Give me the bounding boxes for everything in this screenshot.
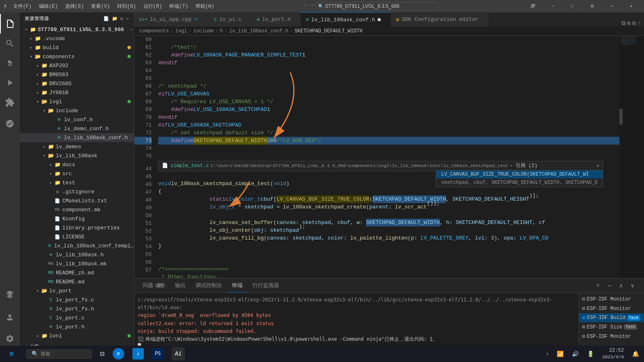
- breadcrumb-components[interactable]: components: [139, 28, 169, 34]
- panel-down-icon[interactable]: ∨: [628, 281, 637, 290]
- esp-idf-icon[interactable]: [0, 285, 20, 304]
- esp-monitor-2[interactable]: ⊡ ESP-IDF Monitor: [579, 304, 644, 313]
- add-terminal-icon[interactable]: +: [593, 281, 603, 290]
- taskbar-task-view[interactable]: ⊟: [97, 346, 108, 361]
- extensions-icon[interactable]: [0, 93, 20, 112]
- new-folder-icon[interactable]: 📁: [112, 16, 118, 21]
- sidebar-item-library-properties[interactable]: 📄 library.properties: [20, 223, 134, 232]
- sidebar-item-lv-conf-h[interactable]: H lv_conf.h: [20, 115, 134, 124]
- tab-lv-port-h[interactable]: H lv_port.h ✕: [252, 12, 301, 27]
- terminal-content[interactable]: c:/espressif/tools/xtensa-esp32s3-elf/es…: [134, 293, 578, 352]
- remote-icon[interactable]: [0, 114, 20, 133]
- panel-up-icon[interactable]: ∧: [616, 281, 626, 290]
- notification-icon[interactable]: 🔔: [629, 346, 642, 361]
- panel-tab-terminal[interactable]: 终端: [227, 278, 248, 293]
- menu-run[interactable]: 运行(R): [140, 2, 166, 11]
- sidebar-item-lvgl[interactable]: ▾ 📂 lvgl: [20, 97, 134, 106]
- menu-edit[interactable]: 编辑(E): [36, 2, 61, 11]
- tab-lv-ui[interactable]: C lv_ui.c ✕: [209, 12, 252, 27]
- minimize-button[interactable]: ─: [543, 0, 562, 12]
- sidebar-item-axp202[interactable]: ▸ 📁 AXP202: [20, 61, 134, 70]
- new-file-icon[interactable]: 📄: [103, 16, 109, 21]
- search-icon[interactable]: [0, 34, 20, 53]
- sidebar-item-license[interactable]: 📄 LICENSE: [20, 232, 134, 241]
- volume-icon[interactable]: 🔊: [569, 346, 582, 361]
- breadcrumb-include[interactable]: include: [193, 28, 214, 34]
- tab-lv-ui-app[interactable]: C++ lv_ui_app.cpp 9+ ✕: [134, 12, 209, 27]
- settings-icon[interactable]: ⚙: [627, 20, 630, 27]
- menu-goto[interactable]: 转到(G): [114, 2, 139, 11]
- more-button[interactable]: ⋯: [602, 0, 621, 12]
- run-debug-icon[interactable]: [0, 73, 20, 93]
- sidebar-item-bm8563[interactable]: ▸ 📁 BM8563: [20, 70, 134, 79]
- sidebar-item-docs[interactable]: ▸ 📁 docs: [20, 160, 134, 169]
- esp-build-task[interactable]: ESP-IDF Build Task: [579, 313, 644, 322]
- account-icon[interactable]: [0, 308, 20, 327]
- tray-icons[interactable]: ∧: [543, 346, 552, 361]
- taskbar-edge[interactable]: e: [109, 346, 127, 361]
- tab-sdk-config[interactable]: ⚙ SDK Configuration editor ✕: [391, 12, 489, 27]
- maximize-button[interactable]: □: [563, 0, 582, 12]
- sidebar-item-components[interactable]: ▾ 📂 components: [20, 52, 134, 61]
- sidebar-item-build[interactable]: ▸ 📁 build: [20, 43, 134, 52]
- battery-icon[interactable]: 🔋: [584, 346, 597, 361]
- sidebar-item-vscode[interactable]: ▸ 📁 .vscode: [20, 34, 134, 43]
- close-ref-icon[interactable]: ✕: [596, 162, 599, 170]
- esp-monitor-3[interactable]: ⊡ ESP-IDF Monitor: [579, 332, 644, 341]
- autocomplete-item-2[interactable]: sketchpad, cbuf, SKETCHPAD_DEFAULT_WIDTH…: [436, 179, 603, 187]
- more-options-icon[interactable]: ⋯: [130, 27, 132, 32]
- refresh-icon[interactable]: ↻: [121, 16, 124, 21]
- menu-view[interactable]: 查看(V): [88, 2, 113, 11]
- remote-icon[interactable]: ↑: [637, 20, 641, 27]
- nav-back-icon[interactable]: ←: [303, 2, 309, 10]
- taskbar-powershell[interactable]: PS: [149, 346, 167, 361]
- more-options-icon[interactable]: ⋯: [605, 281, 614, 290]
- tab-lv-lib-100ask-conf[interactable]: H lv_lib_100ask_conf.h ✕: [301, 12, 391, 27]
- taskbar-vscode[interactable]: ⚡: [129, 346, 147, 361]
- sidebar-item-lv-port-h[interactable]: H lv_port.h: [20, 322, 134, 331]
- sidebar-item-lv-demos[interactable]: ▸ 📁 lv_demos: [20, 142, 134, 151]
- esp-size-task[interactable]: ⊡ ESP-IDF Size Task: [579, 322, 644, 332]
- panel-tab-debug[interactable]: 调试控制台: [191, 278, 227, 293]
- source-control-icon[interactable]: [0, 53, 20, 73]
- sidebar-item-lv-lib-100ask-mk[interactable]: MK lv_lib_100ask.mk: [20, 259, 134, 268]
- sidebar-item-lv-lib-100ask-conf-h[interactable]: H lv_lib_100ask_conf.h: [20, 133, 134, 142]
- sidebar-item-lv-port-fs-h[interactable]: H lv_port_fs.h: [20, 304, 134, 313]
- start-button[interactable]: ⊞: [2, 346, 21, 361]
- menu-help[interactable]: 帮助(H): [192, 2, 218, 11]
- sidebar-item-readme[interactable]: MD README.md: [20, 277, 134, 286]
- sidebar-item-src[interactable]: ▸ 📁 src: [20, 169, 134, 178]
- sidebar-item-template-h[interactable]: H lv_lib_100ask_conf_template.h: [20, 241, 134, 250]
- sidebar-root[interactable]: ▾ 📁 ST7789_GT911_LVGL_8.3.5_666 ⋯: [20, 25, 134, 34]
- sidebar-item-lv-port-fs-c[interactable]: C lv_port_fs.c: [20, 295, 134, 304]
- layout-icon[interactable]: ⊟: [632, 20, 635, 27]
- sidebar-item-lvnl[interactable]: ▸ 📁 lvnl: [20, 331, 134, 340]
- menu-terminal[interactable]: 终端(T): [166, 2, 191, 11]
- panel-tab-output[interactable]: 输出: [170, 278, 191, 293]
- global-search-input[interactable]: [316, 2, 439, 10]
- network-icon[interactable]: 📶: [553, 346, 567, 361]
- breadcrumb-file[interactable]: lv_lib_100ask_conf.h: [229, 28, 288, 34]
- explorer-icon[interactable]: [0, 14, 20, 34]
- esp-monitor-1[interactable]: ⊡ ESP-IDF Monitor: [579, 294, 644, 304]
- sidebar-item-component-mk[interactable]: MK component.mk: [20, 205, 134, 214]
- datetime-display[interactable]: 22:52 2023/9/6: [599, 346, 627, 361]
- sidebar-item-lv-port-c[interactable]: C lv_port.c: [20, 313, 134, 322]
- taskbar-search[interactable]: 🔍 搜索: [23, 346, 95, 361]
- sidebar-item-gitignore[interactable]: ⚙ .gitignore: [20, 187, 134, 196]
- breadcrumb-h[interactable]: h: [220, 28, 223, 34]
- close-button[interactable]: ✕: [622, 0, 641, 12]
- sidebar-item-test[interactable]: ▸ 📁 test: [20, 178, 134, 187]
- sidebar-item-cmakelists[interactable]: 📄 CMakeLists.txt: [20, 196, 134, 205]
- nav-forward-icon[interactable]: →: [309, 2, 316, 10]
- sidebar-item-lv-port[interactable]: ▾ 📂 lv_port: [20, 286, 134, 295]
- split-editor-icon[interactable]: ⧉: [621, 20, 626, 27]
- layout-icon[interactable]: 🗗: [523, 0, 542, 12]
- breadcrumb-symbol[interactable]: SKETCHPAD_DEFAULT_WIDTH: [295, 28, 363, 34]
- sidebar-item-lv-lib-100ask-h[interactable]: H lv_lib_100ask.h: [20, 250, 134, 259]
- taskbar-ai[interactable]: Ai: [168, 346, 188, 361]
- autocomplete-item-1[interactable]: LV_CANVAS_BUF_SIZE_TRUE_COLOR(SKETCHPAD_…: [436, 170, 603, 179]
- panel-tab-problems[interactable]: 问题 27: [138, 278, 170, 293]
- breadcrumb-lvgl[interactable]: lvgl: [175, 28, 187, 34]
- sidebar-item-readme-zh[interactable]: MD README_zh.md: [20, 268, 134, 277]
